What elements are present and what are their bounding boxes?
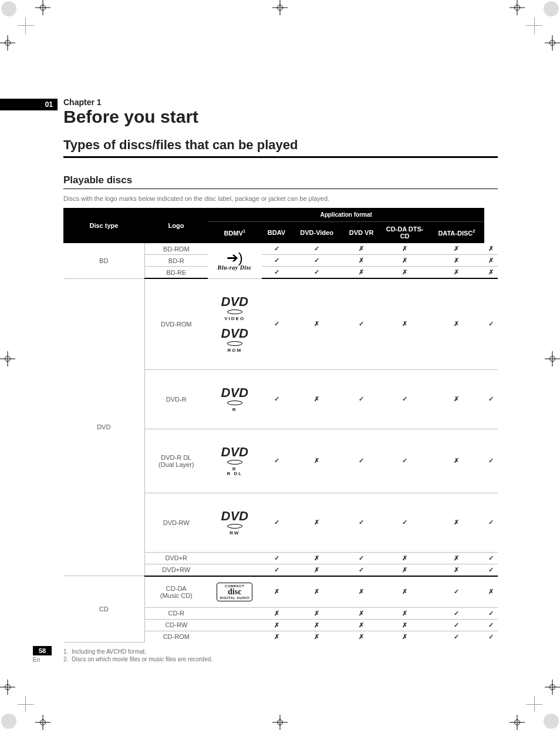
cross-cell: ✗: [381, 631, 429, 642]
table-row: BDBD-ROM➔)Blu-ray Disc✓✓✗✗✗✗: [63, 243, 498, 255]
cross-cell: ✗: [484, 267, 498, 279]
dvd-video-logo: DVDVIDEO: [221, 295, 248, 321]
corner-mark: [544, 714, 559, 729]
registration-mark: [510, 0, 525, 15]
check-cell: ✓: [381, 493, 429, 552]
page-number: 58: [33, 646, 52, 655]
cross-cell: ✗: [429, 429, 485, 493]
check-cell: ✓: [342, 278, 381, 369]
check-cell: ✓: [484, 552, 498, 564]
th-dvd-vr: DVD VR: [342, 222, 381, 244]
check-cell: ✓: [342, 564, 381, 576]
registration-mark: [545, 35, 560, 51]
cross-cell: ✗: [292, 619, 342, 631]
check-cell: ✓: [342, 552, 381, 564]
table-header: Disc type Logo Application format BDMV1 …: [63, 208, 498, 243]
th-logo: Logo: [144, 208, 208, 243]
cross-cell: ✗: [292, 278, 342, 369]
cross-cell: ✗: [429, 243, 485, 255]
th-dvd-video: DVD-Video: [292, 222, 342, 244]
cross-cell: ✗: [484, 255, 498, 267]
cross-cell: ✗: [262, 576, 292, 608]
subsection-title: Playable discs: [63, 174, 498, 186]
check-cell: ✓: [484, 607, 498, 619]
logo-cell: ➔)Blu-ray Disc: [208, 243, 262, 278]
cross-cell: ✗: [381, 552, 429, 564]
logo-cell: [208, 564, 262, 576]
registration-mark: [35, 715, 50, 730]
dvd-r-logo: DVDR: [221, 386, 248, 412]
th-app-format: Application format: [208, 208, 484, 222]
registration-mark: [545, 679, 560, 695]
check-cell: ✓: [262, 255, 292, 267]
cross-cell: ✗: [292, 607, 342, 619]
category-cell: BD: [63, 243, 144, 278]
table-row: CDCD-DA (Music CD)COMPACTdiscDIGITAL AUD…: [63, 576, 498, 608]
registration-mark: [272, 715, 288, 730]
table-body: BDBD-ROM➔)Blu-ray Disc✓✓✗✗✗✗BD-R✓✓✗✗✗✗BD…: [63, 243, 498, 642]
disc-compat-table: Disc type Logo Application format BDMV1 …: [63, 208, 498, 642]
dvd-rdl-logo: DVDRR DL: [221, 446, 248, 476]
page: 01 Chapter 1 Before you start Types of d…: [0, 0, 560, 730]
trim-mark: [534, 696, 535, 712]
divider-thick: [63, 156, 498, 158]
cross-cell: ✗: [381, 576, 429, 608]
check-cell: ✓: [429, 607, 485, 619]
disc-cell: DVD-ROM: [144, 278, 208, 369]
check-cell: ✓: [381, 429, 429, 493]
check-cell: ✓: [381, 369, 429, 429]
registration-mark: [510, 715, 525, 730]
table-row: DVDDVD-ROMDVDVIDEODVDROM✓✗✓✗✗✓: [63, 278, 498, 369]
th-data-disc: DATA-DISC2: [429, 222, 485, 244]
cross-cell: ✗: [429, 267, 485, 279]
cross-cell: ✗: [342, 255, 381, 267]
cross-cell: ✗: [429, 369, 485, 429]
cross-cell: ✗: [381, 267, 429, 279]
chapter-label: Chapter 1: [63, 97, 498, 107]
disc-cell: BD-RE: [144, 267, 208, 279]
check-cell: ✓: [262, 493, 292, 552]
disc-cell: DVD-R: [144, 369, 208, 429]
check-cell: ✓: [262, 369, 292, 429]
check-cell: ✓: [292, 267, 342, 279]
check-cell: ✓: [484, 278, 498, 369]
disc-cell: DVD+RW: [144, 564, 208, 576]
cross-cell: ✗: [429, 552, 485, 564]
th-bdmv: BDMV1: [208, 222, 262, 244]
intro-text: Discs with the logo marks below indicate…: [63, 195, 498, 202]
trim-mark: [18, 25, 34, 26]
disc-cell: CD-ROM: [144, 631, 208, 642]
dvd-rom-logo: DVDROM: [221, 327, 248, 353]
section-title: Types of discs/files that can be played: [63, 137, 498, 153]
th-disc-type: Disc type: [63, 208, 144, 243]
check-cell: ✓: [429, 631, 485, 642]
cross-cell: ✗: [342, 576, 381, 608]
cross-cell: ✗: [342, 619, 381, 631]
cross-cell: ✗: [342, 607, 381, 619]
category-cell: CD: [63, 576, 144, 642]
check-cell: ✓: [429, 619, 485, 631]
check-cell: ✓: [292, 255, 342, 267]
cross-cell: ✗: [292, 369, 342, 429]
check-cell: ✓: [484, 429, 498, 493]
disc-cell: DVD+R: [144, 552, 208, 564]
cross-cell: ✗: [484, 576, 498, 608]
cd-logo: COMPACTdiscDIGITAL AUDIO: [217, 583, 252, 601]
check-cell: ✓: [262, 429, 292, 493]
cross-cell: ✗: [381, 243, 429, 255]
cross-cell: ✗: [262, 607, 292, 619]
cross-cell: ✗: [381, 564, 429, 576]
cross-cell: ✗: [429, 493, 485, 552]
check-cell: ✓: [484, 619, 498, 631]
check-cell: ✓: [429, 576, 485, 608]
page-footer: 58 En: [33, 646, 52, 663]
registration-mark: [35, 0, 50, 15]
check-cell: ✓: [342, 369, 381, 429]
check-cell: ✓: [292, 243, 342, 255]
check-cell: ✓: [262, 278, 292, 369]
cross-cell: ✗: [484, 243, 498, 255]
trim-mark: [25, 696, 26, 712]
check-cell: ✓: [484, 369, 498, 429]
check-cell: ✓: [262, 267, 292, 279]
page-lang: En: [33, 657, 52, 663]
